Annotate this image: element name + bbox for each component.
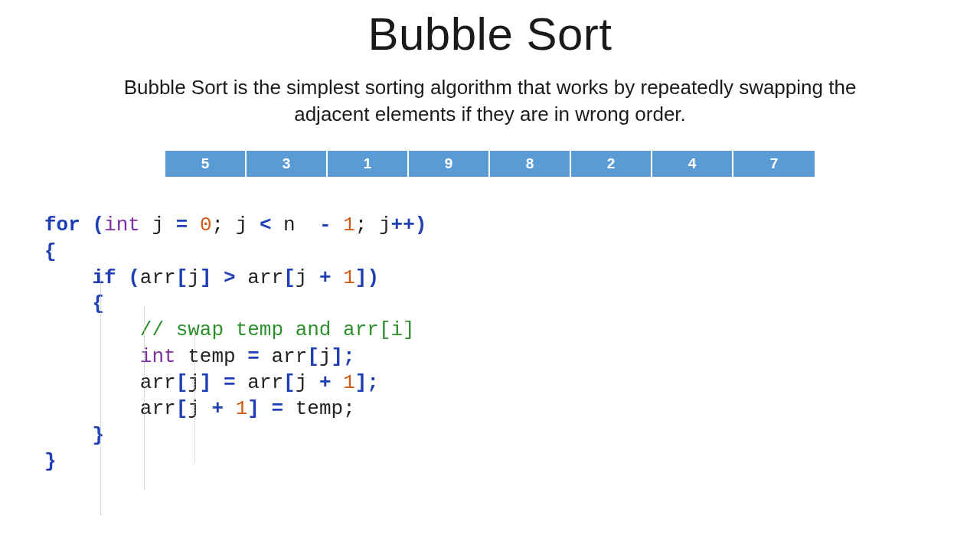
code-text: n bbox=[272, 214, 319, 236]
array-cell: 7 bbox=[733, 151, 815, 177]
indent bbox=[44, 318, 140, 341]
kw-if: if bbox=[92, 266, 116, 289]
code-text bbox=[332, 214, 344, 236]
punct: [ bbox=[283, 371, 296, 394]
punct: ]) bbox=[355, 266, 379, 289]
punct: ] bbox=[200, 266, 212, 289]
kw-int: int bbox=[140, 345, 176, 368]
num: 1 bbox=[343, 214, 355, 236]
punct: ( bbox=[92, 214, 104, 236]
code-text bbox=[224, 397, 236, 420]
code-text: j bbox=[188, 397, 211, 420]
punct: ++) bbox=[391, 214, 427, 236]
punct: ]; bbox=[332, 345, 355, 368]
code-text: arr bbox=[236, 371, 283, 394]
code-text: temp; bbox=[283, 397, 355, 420]
num: 0 bbox=[200, 214, 212, 236]
brace: } bbox=[92, 424, 104, 447]
code-text bbox=[332, 371, 344, 394]
punct: < bbox=[260, 214, 272, 236]
code-text bbox=[260, 397, 272, 420]
punct: [ bbox=[176, 397, 188, 420]
slide-title: Bubble Sort bbox=[0, 8, 980, 60]
code-text: j bbox=[224, 214, 260, 236]
array-cell: 2 bbox=[571, 151, 652, 177]
indent bbox=[44, 266, 92, 289]
array-cell: 5 bbox=[165, 151, 247, 177]
brace: } bbox=[44, 450, 57, 473]
code-text: j bbox=[188, 371, 200, 394]
comment: // swap temp and arr[i] bbox=[140, 318, 415, 341]
indent bbox=[44, 371, 140, 394]
indent bbox=[44, 397, 140, 420]
code-text bbox=[188, 214, 200, 236]
punct: [ bbox=[176, 266, 188, 289]
punct: ( bbox=[128, 266, 140, 289]
punct: [ bbox=[283, 266, 296, 289]
code-text: j bbox=[296, 371, 319, 394]
code-text bbox=[212, 266, 224, 289]
punct: ] bbox=[247, 397, 260, 420]
slide-description: Bubble Sort is the simplest sorting algo… bbox=[115, 74, 865, 128]
punct: + bbox=[319, 371, 332, 394]
code-text bbox=[116, 266, 129, 289]
code-text: j bbox=[296, 266, 319, 289]
indent bbox=[44, 424, 92, 447]
indent bbox=[44, 292, 92, 315]
code-text: j bbox=[319, 345, 332, 368]
brace: { bbox=[92, 292, 104, 315]
code-text: arr bbox=[140, 371, 176, 394]
array-row: 5 3 1 9 8 2 4 7 bbox=[0, 151, 980, 177]
code-block: for (int j = 0; j < n - 1; j++) { if (ar… bbox=[44, 212, 980, 474]
num: 1 bbox=[343, 371, 355, 394]
punct: > bbox=[224, 266, 236, 289]
code-text: j bbox=[367, 214, 390, 236]
code-text: j bbox=[140, 214, 176, 236]
punct: + bbox=[211, 397, 224, 420]
punct: ; bbox=[211, 214, 224, 236]
array-cell: 1 bbox=[328, 151, 409, 177]
code-text: arr bbox=[247, 266, 283, 289]
punct: = bbox=[272, 397, 284, 420]
punct: ; bbox=[355, 214, 368, 236]
code-text bbox=[332, 266, 344, 289]
punct: + bbox=[319, 266, 332, 289]
code-text: arr bbox=[140, 397, 176, 420]
punct: = bbox=[176, 214, 188, 236]
code-text bbox=[211, 371, 224, 394]
punct: [ bbox=[176, 371, 188, 394]
code-text: temp bbox=[176, 345, 248, 368]
kw-int: int bbox=[104, 214, 140, 236]
punct: = bbox=[247, 345, 260, 368]
code-text: arr bbox=[260, 345, 307, 368]
slide: Bubble Sort Bubble Sort is the simplest … bbox=[0, 8, 980, 551]
punct: - bbox=[319, 214, 332, 236]
array-cell: 4 bbox=[652, 151, 733, 177]
kw-for: for bbox=[44, 214, 80, 236]
punct: [ bbox=[307, 345, 319, 368]
indent bbox=[44, 345, 140, 368]
punct: ] bbox=[200, 371, 212, 394]
punct: = bbox=[224, 371, 236, 394]
code-text: arr bbox=[140, 266, 176, 289]
code-text: j bbox=[188, 266, 200, 289]
num: 1 bbox=[236, 397, 248, 420]
num: 1 bbox=[343, 266, 355, 289]
array-cell: 9 bbox=[409, 151, 490, 177]
brace: { bbox=[44, 240, 57, 263]
array-cell: 8 bbox=[490, 151, 571, 177]
punct: ]; bbox=[355, 371, 379, 394]
code-text bbox=[236, 266, 248, 289]
array-cell: 3 bbox=[247, 151, 328, 177]
